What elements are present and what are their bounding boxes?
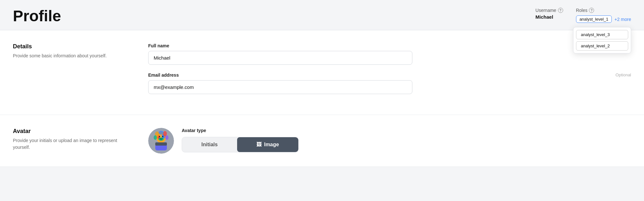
fullname-group: Full name xyxy=(148,43,631,65)
email-group: Email address Optional xyxy=(148,72,631,94)
avatar-section-left: Avatar Provide your initials or upload a… xyxy=(13,128,135,154)
email-input[interactable] xyxy=(148,80,412,94)
avatar-type-label: Avatar type xyxy=(182,128,299,133)
roles-field: Roles ? analyst_level_1 +2 more analyst_… xyxy=(576,8,631,23)
avatar-description: Provide your initials or upload an image… xyxy=(13,137,135,151)
roles-help-icon[interactable]: ? xyxy=(589,8,594,13)
svg-point-12 xyxy=(159,131,164,135)
details-description: Provide some basic information about you… xyxy=(13,53,135,59)
avatar-section: Avatar Provide your initials or upload a… xyxy=(0,115,644,167)
svg-rect-6 xyxy=(155,142,167,146)
avatar-title: Avatar xyxy=(13,128,135,135)
roles-dropdown: analyst_level_3 analyst_level_2 xyxy=(573,27,631,53)
svg-point-14 xyxy=(165,135,168,140)
fullname-label: Full name xyxy=(148,43,631,48)
more-roles-link[interactable]: +2 more xyxy=(614,17,631,22)
image-icon: 🖼 xyxy=(256,142,262,147)
header-right: Username ? Michael Roles ? analyst_level… xyxy=(535,8,631,23)
main-content: Details Provide some basic information a… xyxy=(0,30,644,167)
avatar-right-col: Avatar type Initials 🖼Image xyxy=(182,128,299,152)
roles-label: Roles ? xyxy=(576,8,631,13)
svg-point-9 xyxy=(162,136,163,137)
details-title: Details xyxy=(13,43,135,50)
username-help-icon[interactable]: ? xyxy=(558,8,563,13)
roles-container: analyst_level_1 +2 more xyxy=(576,15,631,23)
avatar-toggle: Initials 🖼Image xyxy=(182,137,299,152)
svg-point-8 xyxy=(159,136,160,137)
details-section-left: Details Provide some basic information a… xyxy=(13,43,135,102)
image-button[interactable]: 🖼Image xyxy=(237,137,298,152)
details-section-right: Full name Email address Optional xyxy=(135,43,631,102)
username-label: Username ? xyxy=(535,8,563,13)
avatar-section-right: Avatar type Initials 🖼Image xyxy=(135,128,299,154)
email-optional: Optional xyxy=(616,72,631,77)
primary-role-badge: analyst_level_1 xyxy=(576,15,612,23)
svg-point-13 xyxy=(154,135,157,140)
details-section: Details Provide some basic information a… xyxy=(0,30,644,115)
dropdown-role-item-2: analyst_level_2 xyxy=(576,41,628,51)
page-header: Profile Username ? Michael Roles ? analy… xyxy=(0,0,644,30)
avatar-preview xyxy=(148,128,174,154)
initials-button[interactable]: Initials xyxy=(182,137,237,152)
email-label: Email address Optional xyxy=(148,72,631,78)
username-field: Username ? Michael xyxy=(535,8,563,20)
page-title: Profile xyxy=(13,8,61,25)
fullname-input[interactable] xyxy=(148,51,412,65)
username-value: Michael xyxy=(535,14,563,20)
dropdown-role-item: analyst_level_3 xyxy=(576,30,628,39)
